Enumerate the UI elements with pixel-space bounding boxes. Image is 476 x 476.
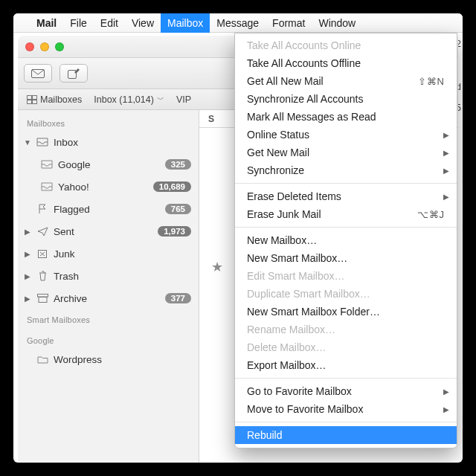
archive-icon (36, 294, 49, 303)
favorite-inbox[interactable]: Inbox (11,014) ﹀ (89, 93, 169, 106)
sidebar-wordpress[interactable]: Wordpress (18, 348, 199, 370)
mailbox-menu: Take All Accounts Online Take All Accoun… (234, 33, 457, 448)
disclosure-triangle-icon[interactable] (24, 295, 31, 303)
trash-icon (36, 271, 49, 281)
menu-get-all-new[interactable]: Get All New Mail ⇧⌘N (235, 72, 457, 90)
menu-export[interactable]: Export Mailbox… (235, 356, 457, 374)
paperplane-icon (36, 227, 49, 237)
menubar: Mail File Edit View Mailbox Message Form… (13, 13, 463, 33)
menu-dup-smart: Duplicate Smart Mailbox… (235, 285, 457, 303)
menu-new-mailbox[interactable]: New Mailbox… (235, 231, 457, 249)
sidebar-flagged-label: Flagged (54, 204, 161, 215)
favorite-inbox-label: Inbox (11,014) (94, 94, 154, 105)
menu-app[interactable]: Mail (30, 13, 63, 33)
section-mailboxes: Mailboxes (18, 113, 199, 131)
disclosure-triangle-icon[interactable] (24, 250, 31, 258)
sidebar: Mailboxes Inbox Google 325 Yahoo! (18, 110, 199, 463)
menu-delete: Delete Mailbox… (235, 338, 457, 356)
section-google: Google (18, 327, 199, 348)
menu-erase-junk[interactable]: Erase Junk Mail ⌥⌘J (235, 205, 457, 223)
sidebar-inbox[interactable]: Inbox (18, 131, 199, 153)
sidebar-junk[interactable]: Junk (18, 242, 199, 265)
sidebar-trash-label: Trash (54, 271, 191, 282)
flag-icon (36, 204, 49, 214)
chevron-down-icon: ﹀ (157, 94, 164, 105)
menu-rename: Rename Mailbox… (235, 321, 457, 338)
favorite-vip-label: VIP (176, 94, 191, 105)
menu-online-status[interactable]: Online Status (235, 126, 457, 144)
count-badge: 377 (165, 293, 191, 303)
menu-mark-read[interactable]: Mark All Messages as Read (235, 108, 457, 126)
menu-message[interactable]: Message (210, 13, 266, 33)
menu-take-online: Take All Accounts Online (235, 36, 457, 54)
sidebar-google-label: Google (58, 159, 161, 170)
menu-window[interactable]: Window (312, 13, 362, 33)
favorite-mailboxes[interactable]: Mailboxes (22, 93, 86, 106)
sidebar-sent[interactable]: Sent 1,973 (18, 220, 199, 242)
menu-format[interactable]: Format (266, 13, 312, 33)
sidebar-archive[interactable]: Archive 377 (18, 287, 199, 309)
menu-synchronize[interactable]: Synchronize (235, 161, 457, 179)
unread-badge: 325 (165, 159, 191, 170)
section-smart: Smart Mailboxes (18, 309, 199, 327)
svg-rect-7 (33, 100, 37, 103)
compose-button[interactable] (60, 64, 88, 83)
inbox-icon (40, 182, 54, 191)
svg-rect-9 (37, 295, 48, 298)
menu-separator (235, 183, 457, 184)
menu-rebuild[interactable]: Rebuild (235, 426, 457, 444)
sidebar-yahoo[interactable]: Yahoo! 10,689 (18, 176, 199, 198)
menu-file[interactable]: File (63, 13, 94, 33)
menu-sync-all[interactable]: Synchronize All Accounts (235, 90, 457, 108)
menu-edit[interactable]: Edit (94, 13, 125, 33)
inbox-icon (36, 138, 49, 147)
sidebar-sent-label: Sent (54, 226, 153, 237)
unread-badge: 10,689 (153, 181, 191, 192)
sidebar-google[interactable]: Google 325 (18, 153, 199, 176)
menu-separator (235, 378, 457, 379)
inbox-icon (40, 160, 54, 169)
menu-erase-deleted[interactable]: Erase Deleted Items (235, 187, 457, 205)
favorite-mailboxes-label: Mailboxes (40, 94, 82, 105)
sidebar-inbox-label: Inbox (54, 137, 191, 148)
zoom-button[interactable] (55, 42, 64, 51)
count-badge: 765 (165, 204, 191, 214)
sidebar-trash[interactable]: Trash (18, 265, 199, 287)
minimize-button[interactable] (40, 42, 49, 51)
menu-mailbox[interactable]: Mailbox (161, 13, 210, 33)
sidebar-wordpress-label: Wordpress (54, 354, 191, 365)
disclosure-triangle-icon[interactable] (24, 138, 31, 147)
menu-get-new[interactable]: Get New Mail (235, 144, 457, 161)
menu-new-smart-folder[interactable]: New Smart Mailbox Folder… (235, 303, 457, 321)
sidebar-flagged[interactable]: Flagged 765 (18, 198, 199, 220)
sidebar-archive-label: Archive (54, 293, 161, 304)
menu-edit-smart: Edit Smart Mailbox… (235, 267, 457, 285)
count-badge: 1,973 (158, 226, 191, 237)
menu-get-all-new-label: Get All New Mail (247, 75, 324, 87)
menu-go-fav[interactable]: Go to Favorite Mailbox (235, 382, 457, 400)
svg-rect-4 (28, 95, 32, 99)
svg-rect-6 (28, 100, 32, 103)
menu-erase-junk-label: Erase Junk Mail (247, 208, 321, 220)
menu-separator (235, 422, 457, 422)
sidebar-yahoo-label: Yahoo! (58, 181, 149, 193)
junk-icon (36, 249, 49, 259)
menu-view[interactable]: View (125, 13, 161, 33)
disclosure-triangle-icon[interactable] (24, 272, 31, 280)
svg-rect-10 (39, 298, 47, 303)
svg-rect-5 (33, 95, 37, 99)
sidebar-junk-label: Junk (54, 248, 191, 260)
disclosure-triangle-icon[interactable] (24, 228, 31, 236)
favorite-vip[interactable]: VIP (172, 93, 196, 106)
shortcut-label: ⌥⌘J (417, 209, 446, 220)
get-mail-button[interactable] (24, 64, 52, 83)
folder-icon (36, 356, 49, 364)
menu-separator (235, 227, 457, 228)
star-icon[interactable]: ★ (211, 259, 223, 275)
close-button[interactable] (25, 42, 34, 51)
menu-take-offline[interactable]: Take All Accounts Offline (235, 54, 457, 72)
menu-new-smart[interactable]: New Smart Mailbox… (235, 249, 457, 267)
menu-move-fav[interactable]: Move to Favorite Mailbox (235, 400, 457, 418)
shortcut-label: ⇧⌘N (418, 76, 445, 87)
